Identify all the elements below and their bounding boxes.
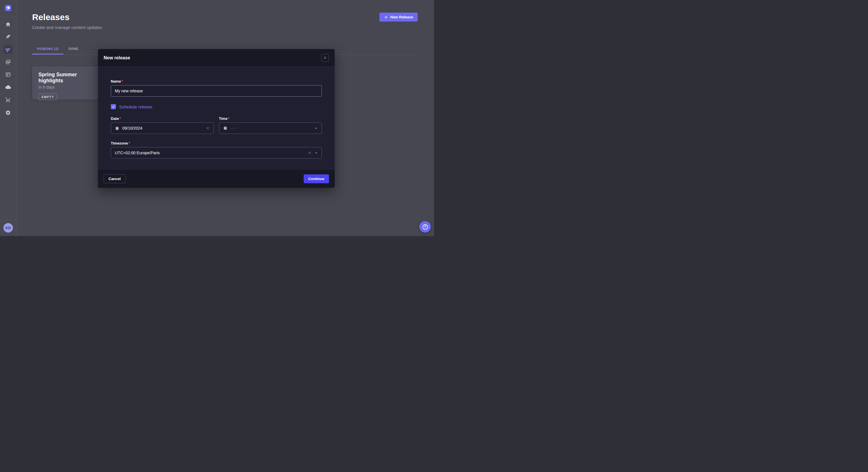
time-label: Time*: [219, 116, 322, 121]
calendar-icon: [115, 126, 119, 131]
schedule-checkbox[interactable]: [111, 104, 116, 109]
images-icon: [5, 59, 11, 65]
name-field-wrap: [111, 85, 322, 97]
name-label: Name*: [111, 79, 322, 83]
release-card[interactable]: Spring Summer highlights In 8 days EMPTY: [32, 66, 104, 100]
timezone-caret-down-icon[interactable]: [315, 151, 318, 155]
avatar[interactable]: KD: [3, 223, 13, 233]
modal-body: Name* Schedule release Date*: [98, 79, 335, 159]
timezone-input[interactable]: [115, 150, 305, 155]
schedule-release-row[interactable]: Schedule release: [111, 104, 322, 109]
new-release-modal: New release Name*: [98, 49, 335, 188]
tab-done[interactable]: DONE: [63, 43, 83, 55]
timezone-label: Timezone*: [111, 141, 322, 145]
timezone-field-wrap: [111, 147, 322, 159]
home-icon: [5, 22, 11, 27]
clock-icon: [223, 126, 228, 131]
avatar-initials: KD: [5, 226, 11, 230]
time-caret-down-icon[interactable]: [315, 127, 318, 130]
help-icon: ?: [423, 224, 428, 230]
sidebar-divider-bottom: [0, 220, 16, 220]
cancel-button[interactable]: Cancel: [104, 174, 126, 183]
required-marker: *: [121, 79, 123, 83]
feather-icon: [5, 34, 11, 40]
modal-title: New release: [104, 55, 130, 61]
sidebar-item-releases[interactable]: [3, 45, 12, 54]
sidebar-divider-top: [0, 16, 16, 16]
date-input[interactable]: [122, 126, 203, 131]
releases-page: KD Releases Create and manage content up…: [0, 0, 434, 236]
date-clear-icon[interactable]: [206, 126, 210, 130]
help-button[interactable]: ?: [420, 221, 431, 233]
sidebar: KD: [0, 0, 17, 236]
time-input[interactable]: [230, 126, 312, 131]
time-field-wrap: [219, 123, 322, 134]
sidebar-item-media-library[interactable]: [3, 57, 12, 67]
layout-icon: [5, 72, 11, 77]
date-field-wrap: [111, 123, 214, 134]
new-release-button-label: New Release: [391, 15, 413, 19]
new-release-button[interactable]: New Release: [379, 12, 417, 22]
release-card-status-badge: EMPTY: [38, 94, 57, 100]
modal-footer: Cancel Continue: [98, 169, 335, 188]
sidebar-item-marketplace[interactable]: [3, 95, 12, 104]
release-card-due: In 8 days: [38, 85, 98, 90]
strapi-logo-icon[interactable]: [5, 5, 11, 11]
sidebar-item-content-type-builder[interactable]: [3, 32, 12, 42]
name-input[interactable]: [115, 89, 318, 93]
modal-close-button[interactable]: [321, 54, 329, 62]
gear-icon: [5, 110, 11, 115]
page-title: Releases: [32, 12, 69, 22]
check-icon: [112, 105, 115, 108]
sidebar-item-content-manager[interactable]: [3, 70, 12, 79]
page-subtitle: Create and manage content updates: [32, 25, 102, 30]
sidebar-item-settings[interactable]: [3, 108, 12, 117]
tab-pending[interactable]: PENDING (2): [32, 43, 63, 55]
date-label: Date*: [111, 116, 214, 121]
continue-button[interactable]: Continue: [304, 174, 329, 183]
close-icon: [323, 56, 327, 59]
send-icon: [4, 45, 12, 53]
release-card-title: Spring Summer highlights: [38, 72, 98, 84]
cart-icon: [5, 97, 11, 103]
cloud-icon: [5, 84, 11, 90]
schedule-checkbox-label: Schedule release: [119, 104, 152, 109]
sidebar-item-deploy[interactable]: [3, 82, 12, 92]
timezone-clear-icon[interactable]: [308, 151, 312, 155]
plus-icon: [384, 15, 388, 19]
modal-header: New release: [98, 49, 335, 67]
sidebar-item-home[interactable]: [3, 20, 12, 29]
